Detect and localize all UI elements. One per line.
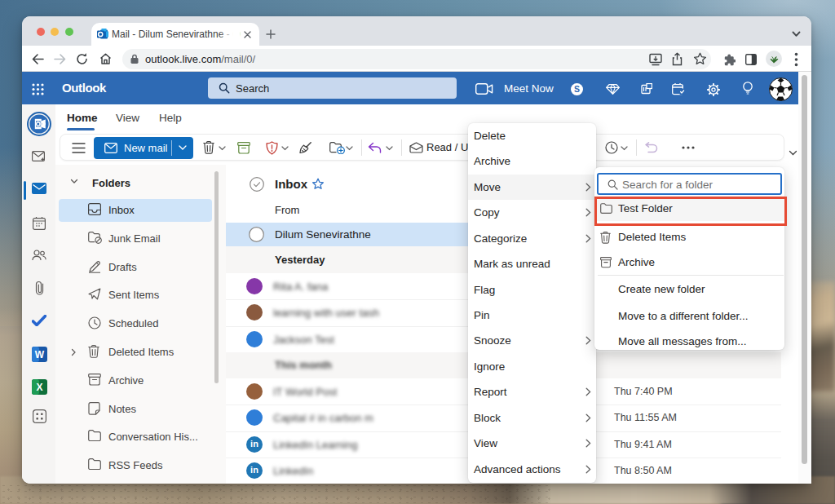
svg-text:S: S [574, 84, 580, 94]
svg-text:X: X [36, 382, 42, 393]
svg-text:W: W [35, 349, 45, 360]
